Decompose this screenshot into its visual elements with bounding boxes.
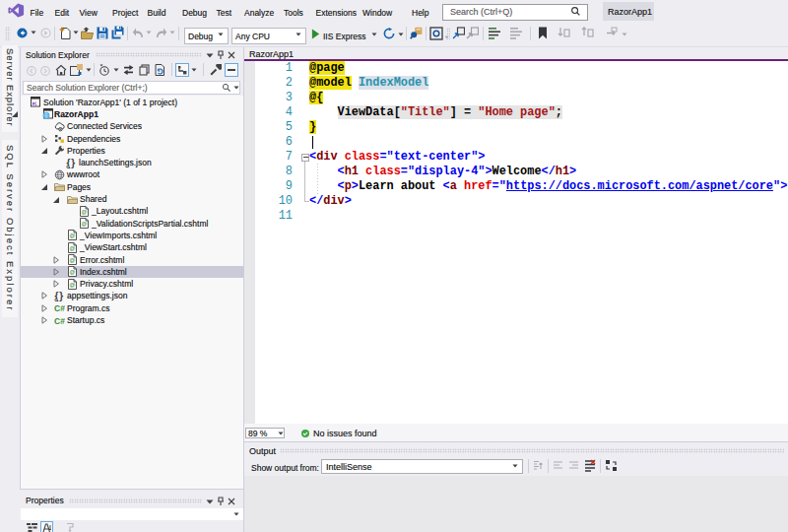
svg-text:@: @ — [81, 209, 87, 215]
svg-text:@: @ — [69, 245, 75, 251]
svg-text:@: @ — [81, 221, 87, 227]
svg-text:C#: C# — [54, 315, 65, 325]
svg-text:C#: C# — [54, 303, 65, 313]
svg-text:}: } — [71, 158, 75, 168]
svg-text:}: } — [59, 291, 63, 301]
svg-text:@: @ — [69, 282, 75, 288]
svg-text:@: @ — [69, 270, 75, 276]
svg-text:@: @ — [69, 257, 75, 263]
svg-text:@: @ — [69, 233, 75, 239]
